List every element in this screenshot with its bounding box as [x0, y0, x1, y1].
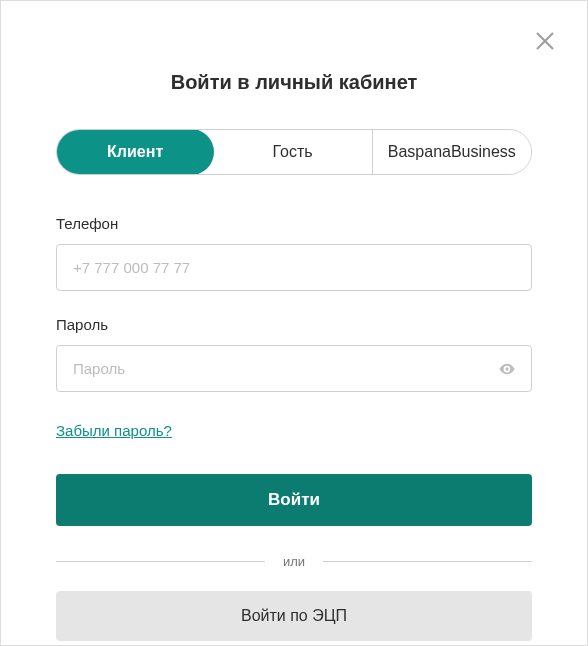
- phone-input[interactable]: [56, 244, 532, 291]
- forgot-password-link[interactable]: Забыли пароль?: [56, 422, 172, 439]
- login-modal: Войти в личный кабинет Клиент Гость Basp…: [1, 1, 587, 646]
- tab-business[interactable]: BaspanaBusiness: [372, 130, 531, 174]
- divider: или: [56, 554, 532, 569]
- password-field-group: Пароль: [56, 316, 532, 392]
- role-tabs: Клиент Гость BaspanaBusiness: [56, 129, 532, 175]
- password-input[interactable]: [56, 345, 532, 392]
- tab-guest[interactable]: Гость: [213, 130, 371, 174]
- password-label: Пароль: [56, 316, 532, 333]
- phone-label: Телефон: [56, 215, 532, 232]
- close-icon[interactable]: [533, 29, 557, 53]
- login-button[interactable]: Войти: [56, 474, 532, 526]
- ecp-login-button[interactable]: Войти по ЭЦП: [56, 591, 532, 641]
- divider-line-left: [56, 561, 265, 562]
- divider-text: или: [265, 554, 323, 569]
- svg-point-2: [505, 367, 508, 370]
- password-visibility-icon[interactable]: [498, 360, 516, 378]
- tab-client[interactable]: Клиент: [56, 129, 214, 175]
- phone-field-group: Телефон: [56, 215, 532, 291]
- divider-line-right: [323, 561, 532, 562]
- page-title: Войти в личный кабинет: [56, 71, 532, 94]
